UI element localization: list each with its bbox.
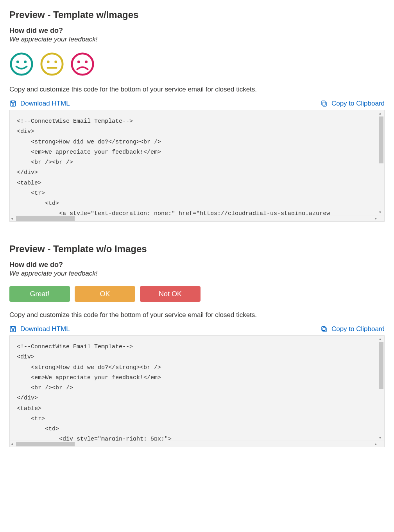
copy-instruction: Copy and customize this code for the bot…	[9, 86, 385, 93]
sad-face-icon[interactable]	[70, 52, 95, 76]
action-row: Download HTML Copy to Clipboard	[9, 325, 385, 333]
download-html-label: Download HTML	[20, 100, 70, 107]
scroll-left-icon[interactable]: ◂	[11, 216, 13, 220]
svg-rect-13	[323, 102, 326, 106]
scroll-right-icon[interactable]: ▸	[375, 216, 377, 220]
scroll-down-icon[interactable]: ▾	[379, 210, 381, 214]
copy-clipboard-link[interactable]: Copy to Clipboard	[321, 325, 385, 333]
ok-button[interactable]: OK	[75, 286, 135, 302]
svg-point-12	[12, 104, 14, 106]
scroll-up-icon[interactable]: ▴	[379, 337, 381, 341]
feedback-subheading: We appreciate your feedback!	[9, 270, 385, 278]
buttons-row: Great! OK Not OK	[9, 286, 385, 302]
scroll-left-icon[interactable]: ◂	[11, 442, 13, 446]
scroll-h-thumb[interactable]	[16, 216, 75, 221]
template-with-images-section: Preview - Template w/Images How did we d…	[9, 9, 385, 222]
template-without-images-section: Preview - Template w/o Images How did we…	[9, 244, 385, 447]
code-wrap: <!--ConnectWise Email Template--> <div> …	[9, 110, 385, 222]
download-html-label: Download HTML	[20, 325, 70, 333]
section-title: Preview - Template w/Images	[9, 9, 385, 20]
svg-point-9	[85, 61, 88, 63]
save-icon	[9, 100, 16, 107]
scroll-v-thumb[interactable]	[379, 342, 383, 389]
save-icon	[9, 326, 16, 333]
code-block[interactable]: <!--ConnectWise Email Template--> <div> …	[10, 110, 384, 215]
copy-instruction: Copy and customize this code for the bot…	[9, 311, 385, 319]
neutral-face-icon[interactable]	[40, 52, 64, 76]
section-title: Preview - Template w/o Images	[9, 244, 385, 254]
svg-point-3	[41, 54, 63, 75]
download-html-link[interactable]: Download HTML	[9, 100, 70, 107]
svg-point-1	[16, 61, 19, 63]
svg-rect-18	[323, 328, 326, 332]
copy-clipboard-link[interactable]: Copy to Clipboard	[321, 100, 385, 107]
great-button[interactable]: Great!	[9, 286, 70, 302]
code-block[interactable]: <!--ConnectWise Email Template--> <div> …	[10, 336, 384, 441]
svg-rect-19	[322, 326, 325, 331]
svg-rect-16	[11, 326, 14, 328]
clipboard-icon	[321, 100, 328, 107]
svg-point-17	[12, 329, 14, 331]
code-wrap: <!--ConnectWise Email Template--> <div> …	[9, 335, 385, 447]
svg-rect-14	[322, 101, 325, 105]
scroll-h-thumb[interactable]	[16, 442, 75, 446]
feedback-heading: How did we do?	[9, 27, 385, 35]
svg-point-7	[72, 54, 93, 75]
scroll-v-thumb[interactable]	[379, 116, 383, 163]
clipboard-icon	[321, 326, 328, 333]
svg-rect-11	[11, 101, 14, 103]
svg-point-0	[11, 54, 32, 75]
not-ok-button[interactable]: Not OK	[140, 286, 201, 302]
happy-face-icon[interactable]	[9, 52, 34, 76]
scroll-right-icon[interactable]: ▸	[375, 442, 377, 446]
scroll-vertical[interactable]: ▴ ▾	[378, 336, 384, 441]
scroll-vertical[interactable]: ▴ ▾	[378, 110, 384, 215]
scroll-up-icon[interactable]: ▴	[379, 111, 381, 115]
scroll-horizontal[interactable]: ◂ ▸	[10, 215, 384, 221]
svg-point-2	[24, 61, 27, 63]
download-html-link[interactable]: Download HTML	[9, 325, 70, 333]
copy-clipboard-label: Copy to Clipboard	[331, 325, 385, 333]
svg-point-8	[77, 61, 80, 63]
feedback-heading: How did we do?	[9, 261, 385, 269]
action-row: Download HTML Copy to Clipboard	[9, 100, 385, 107]
feedback-subheading: We appreciate your feedback!	[9, 36, 385, 43]
copy-clipboard-label: Copy to Clipboard	[331, 100, 385, 107]
scroll-down-icon[interactable]: ▾	[379, 435, 381, 440]
scroll-horizontal[interactable]: ◂ ▸	[10, 441, 384, 447]
svg-point-4	[47, 61, 50, 63]
faces-row	[9, 52, 385, 76]
svg-point-5	[54, 61, 57, 63]
